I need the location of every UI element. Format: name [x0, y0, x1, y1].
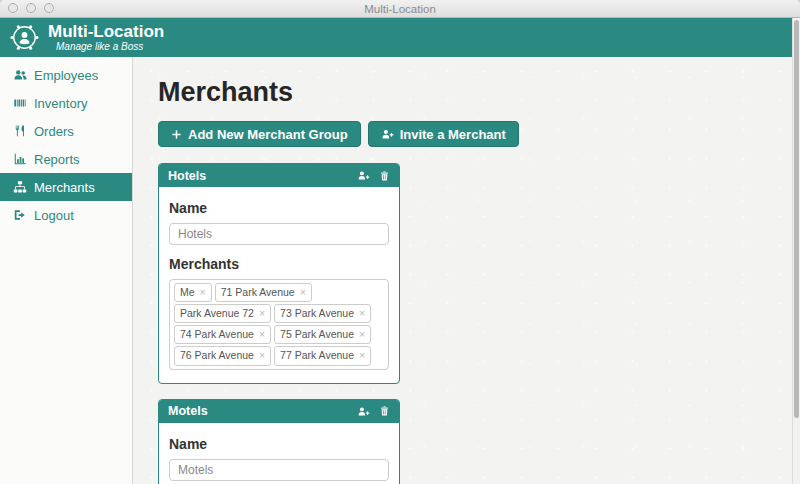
brand-logo-icon [9, 22, 40, 53]
brand-tagline: Manage like a Boss [56, 41, 164, 52]
name-label: Name [169, 436, 389, 452]
titlebar: Multi-Location [0, 0, 800, 18]
brand-header: Multi-Location Manage like a Boss [0, 18, 792, 57]
brand-text: Multi-Location Manage like a Boss [48, 23, 164, 53]
sitemap-icon [13, 180, 27, 194]
merchant-tag-label: 75 Park Avenue [280, 328, 354, 340]
main-content: Merchants Add New Merchant Group [133, 57, 792, 484]
sidebar-item-label: Inventory [34, 96, 87, 111]
sidebar-item-logout[interactable]: Logout [0, 201, 132, 229]
merchant-tag: 71 Park Avenue× [215, 283, 312, 302]
user-plus-icon[interactable] [357, 405, 370, 418]
sidebar-item-label: Orders [34, 124, 74, 139]
scrollbar-thumb[interactable] [794, 20, 799, 418]
merchant-tag-label: 76 Park Avenue [180, 349, 254, 361]
tag-remove-icon[interactable]: × [200, 286, 206, 298]
tag-remove-icon[interactable]: × [259, 328, 265, 340]
sidebar-item-label: Logout [34, 208, 74, 223]
card-title: Motels [168, 404, 208, 418]
sidebar-item-label: Merchants [34, 180, 95, 195]
card-header: Motels [159, 400, 399, 423]
users-icon [13, 68, 27, 82]
merchant-tag: 77 Park Avenue× [274, 346, 371, 365]
merchant-tag-label: Park Avenue 72 [180, 307, 254, 319]
merchants-label: Merchants [169, 256, 389, 272]
traffic-lights [8, 3, 54, 13]
merchant-tag: 76 Park Avenue× [174, 346, 271, 365]
tag-remove-icon[interactable]: × [359, 349, 365, 361]
sidebar-item-reports[interactable]: Reports [0, 145, 132, 173]
tag-remove-icon[interactable]: × [300, 286, 306, 298]
plus-icon [171, 129, 182, 140]
merchant-tag-label: Me [180, 286, 195, 298]
cutlery-icon [13, 124, 27, 138]
card-title: Hotels [168, 169, 206, 183]
trash-icon[interactable] [379, 405, 390, 417]
merchant-tag-label: 71 Park Avenue [221, 286, 295, 298]
merchant-tag-label: 74 Park Avenue [180, 328, 254, 340]
barcode-icon [13, 96, 27, 110]
merchant-tag-label: 77 Park Avenue [280, 349, 354, 361]
scrollbar-track[interactable] [792, 18, 800, 484]
tag-remove-icon[interactable]: × [259, 349, 265, 361]
window-title: Multi-Location [0, 3, 800, 15]
group-name-input[interactable] [169, 459, 389, 481]
body-row: Employees Inventory [0, 57, 792, 484]
merchants-tag-input[interactable]: Me×71 Park Avenue×Park Avenue 72×73 Park… [169, 279, 389, 370]
action-buttons: Add New Merchant Group Invite a Merchant [158, 121, 792, 147]
card-body: Name Merchants 75 Park Avenue×Me×73 Park… [159, 423, 399, 484]
add-merchant-group-label: Add New Merchant Group [188, 127, 348, 142]
merchant-tag: Me× [174, 283, 212, 302]
invite-merchant-label: Invite a Merchant [400, 127, 506, 142]
sidebar-item-employees[interactable]: Employees [0, 61, 132, 89]
merchant-group-card-hotels: Hotels [158, 163, 400, 384]
sidebar-item-merchants[interactable]: Merchants [0, 173, 132, 201]
invite-merchant-button[interactable]: Invite a Merchant [368, 121, 519, 147]
minimize-button[interactable] [26, 3, 36, 13]
sidebar-item-orders[interactable]: Orders [0, 117, 132, 145]
zoom-button[interactable] [44, 3, 54, 13]
brand-name: Multi-Location [48, 23, 164, 41]
merchant-tag: 73 Park Avenue× [274, 304, 371, 323]
user-plus-icon [381, 128, 394, 141]
sidebar-item-inventory[interactable]: Inventory [0, 89, 132, 117]
card-body: Name Merchants Me×71 Park Avenue×Park Av… [159, 187, 399, 383]
add-merchant-group-button[interactable]: Add New Merchant Group [158, 121, 361, 147]
card-header: Hotels [159, 164, 399, 187]
sidebar-item-label: Reports [34, 152, 80, 167]
page-title: Merchants [158, 77, 792, 108]
tag-remove-icon[interactable]: × [359, 328, 365, 340]
close-button[interactable] [8, 3, 18, 13]
merchant-tag: 74 Park Avenue× [174, 325, 271, 344]
merchant-group-card-motels: Motels [158, 399, 400, 484]
user-plus-icon[interactable] [357, 169, 370, 182]
sidebar: Employees Inventory [0, 57, 133, 484]
sidebar-item-label: Employees [34, 68, 98, 83]
merchant-tag-label: 73 Park Avenue [280, 307, 354, 319]
name-label: Name [169, 200, 389, 216]
tag-remove-icon[interactable]: × [259, 307, 265, 319]
tag-remove-icon[interactable]: × [359, 307, 365, 319]
merchant-tag: 75 Park Avenue× [274, 325, 371, 344]
merchant-tag: Park Avenue 72× [174, 304, 271, 323]
group-name-input[interactable] [169, 223, 389, 245]
app-window: Multi-Location Multi-Location Manage lik… [0, 0, 800, 484]
bar-chart-icon [13, 152, 27, 166]
trash-icon[interactable] [379, 170, 390, 182]
logout-icon [13, 208, 27, 222]
